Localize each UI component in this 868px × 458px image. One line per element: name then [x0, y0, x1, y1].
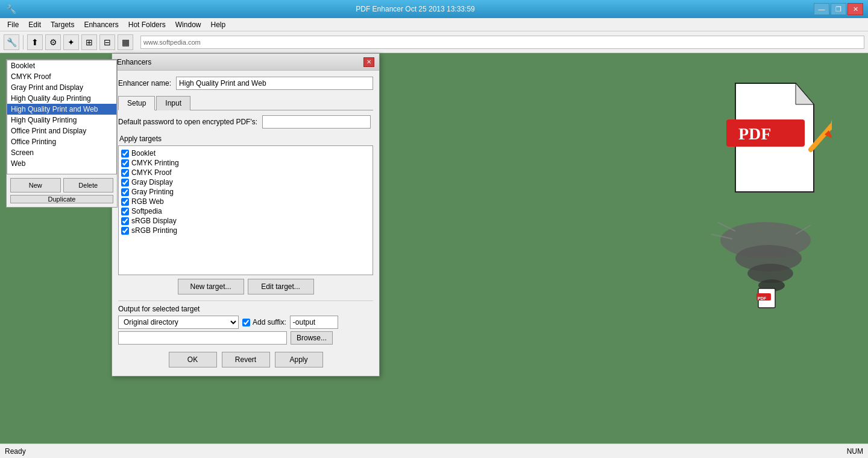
target-checkbox[interactable] — [121, 188, 129, 196]
new-button[interactable]: New — [10, 178, 61, 192]
target-label: CMYK Printing — [131, 159, 179, 167]
output-label: Output for selected target — [118, 305, 373, 313]
list-item[interactable]: Booklet — [7, 60, 116, 71]
menu-bar: File Edit Targets Enhancers Hot Folders … — [0, 18, 868, 31]
target-checkbox[interactable] — [121, 208, 129, 215]
separator-1 — [23, 35, 24, 49]
edit-target-button[interactable]: Edit target... — [248, 279, 314, 294]
toolbar-icon-4[interactable]: ✦ — [63, 34, 79, 50]
toolbar-icon-2[interactable]: ⬆ — [27, 34, 43, 50]
target-item: CMYK Printing — [121, 158, 370, 168]
add-suffix-checkbox[interactable] — [242, 319, 250, 326]
target-checkbox[interactable] — [121, 159, 129, 167]
target-label: RGB Web — [131, 197, 164, 206]
output-row: Original directory Custom directory Add … — [118, 316, 373, 329]
target-item: CMYK Proof — [121, 168, 370, 177]
password-input[interactable] — [262, 115, 371, 129]
status-num: NUM — [847, 447, 863, 456]
status-ready: Ready — [5, 447, 26, 456]
target-label: CMYK Proof — [131, 168, 172, 177]
tab-setup[interactable]: Setup — [118, 96, 155, 110]
list-item[interactable]: Screen — [7, 147, 116, 158]
target-item: Gray Display — [121, 177, 370, 187]
password-label: Default password to open encrypted PDF's… — [118, 118, 257, 126]
browse-path-input[interactable] — [118, 331, 287, 345]
dialog-footer: OK Revert Apply — [118, 352, 373, 370]
target-buttons: New target... Edit target... — [118, 279, 373, 294]
list-item[interactable]: Gray Print and Display — [7, 82, 116, 93]
target-label: Booklet — [131, 149, 156, 157]
menu-window[interactable]: Window — [171, 19, 206, 30]
delete-button[interactable]: Delete — [63, 178, 114, 192]
target-item: RGB Web — [121, 197, 370, 206]
list-item[interactable]: Web — [7, 158, 116, 169]
list-item[interactable]: High Quality 4up Printing — [7, 93, 116, 104]
dialog-body: Enhancer name: Setup Input Default passw… — [112, 71, 379, 376]
title-bar-title: PDF Enhancer Oct 25 2013 13:33:59 — [17, 5, 814, 13]
list-item[interactable]: High Quality Print and Web — [7, 104, 116, 115]
ok-button[interactable]: OK — [169, 352, 217, 367]
target-checkbox[interactable] — [121, 198, 129, 206]
toolbar-url-input[interactable] — [140, 36, 864, 49]
target-item: sRGB Display — [121, 216, 370, 226]
new-delete-row: New Delete — [10, 178, 113, 192]
list-item[interactable]: Office Print and Display — [7, 126, 116, 136]
add-suffix-text: Add suffix: — [253, 318, 286, 326]
menu-hot-folders[interactable]: Hot Folders — [124, 19, 171, 30]
duplicate-button[interactable]: Duplicate — [10, 195, 113, 203]
menu-edit[interactable]: Edit — [24, 19, 46, 30]
status-bar: Ready NUM — [0, 444, 868, 458]
target-checkbox[interactable] — [121, 150, 129, 157]
target-label: Softpedia — [131, 207, 162, 215]
list-item[interactable]: High Quality Printing — [7, 115, 116, 126]
toolbar-icon-5[interactable]: ⊞ — [81, 34, 97, 50]
list-item[interactable]: CMYK Proof — [7, 71, 116, 82]
left-buttons: New Delete Duplicate — [7, 174, 117, 207]
toolbar-icon-3[interactable]: ⚙ — [45, 34, 61, 50]
suffix-input[interactable] — [290, 316, 338, 329]
toolbar-icon-1[interactable]: 🔧 — [4, 34, 19, 50]
new-target-button[interactable]: New target... — [178, 279, 244, 294]
list-item[interactable]: Office Printing — [7, 136, 116, 147]
target-checkbox[interactable] — [121, 169, 129, 177]
enhancer-name-label: Enhancer name: — [118, 79, 171, 87]
green-background: PDF PDF En — [0, 53, 868, 444]
menu-help[interactable]: Help — [206, 19, 230, 30]
targets-list-box: BookletCMYK PrintingCMYK ProofGray Displ… — [118, 145, 373, 275]
toolbar-icon-6[interactable]: ⊟ — [99, 34, 115, 50]
left-panel: BookletCMYK ProofGray Print and DisplayH… — [6, 59, 118, 208]
svg-text:PDF: PDF — [758, 296, 767, 301]
target-item: Gray Printing — [121, 187, 370, 197]
tab-input[interactable]: Input — [156, 96, 190, 110]
restore-button[interactable]: ❐ — [831, 3, 846, 15]
target-label: sRGB Display — [131, 217, 177, 225]
dialog-title: Enhancers — [117, 58, 151, 66]
output-dir-select[interactable]: Original directory Custom directory — [118, 316, 239, 329]
target-checkbox[interactable] — [121, 217, 129, 225]
browse-button[interactable]: Browse... — [291, 331, 333, 345]
menu-targets[interactable]: Targets — [46, 19, 79, 30]
apply-button[interactable]: Apply — [275, 352, 323, 367]
target-checkbox[interactable] — [121, 227, 129, 235]
target-item: sRGB Printing — [121, 226, 370, 235]
dialog-close-button[interactable]: ✕ — [363, 57, 374, 67]
main-area: PDF PDF En — [0, 53, 868, 444]
menu-enhancers[interactable]: Enhancers — [79, 19, 123, 30]
apply-targets-label: Apply targets — [119, 135, 373, 143]
menu-file[interactable]: File — [2, 19, 24, 30]
output-section: Output for selected target Original dire… — [118, 301, 373, 345]
enhancer-list[interactable]: BookletCMYK ProofGray Print and DisplayH… — [7, 60, 117, 174]
title-bar-controls: — ❐ ✕ — [814, 3, 863, 15]
enhancer-name-row: Enhancer name: — [118, 77, 373, 90]
target-label: Gray Display — [131, 178, 173, 186]
browse-row: Browse... — [118, 331, 373, 345]
target-item: Softpedia — [121, 206, 370, 216]
target-item: Booklet — [121, 148, 370, 158]
toolbar-icon-7[interactable]: ▦ — [118, 34, 133, 50]
close-button[interactable]: ✕ — [848, 3, 863, 15]
minimize-button[interactable]: — — [814, 3, 829, 15]
revert-button[interactable]: Revert — [222, 352, 270, 367]
enhancer-name-input[interactable] — [176, 77, 373, 90]
svg-marker-1 — [796, 83, 814, 104]
target-checkbox[interactable] — [121, 179, 129, 186]
